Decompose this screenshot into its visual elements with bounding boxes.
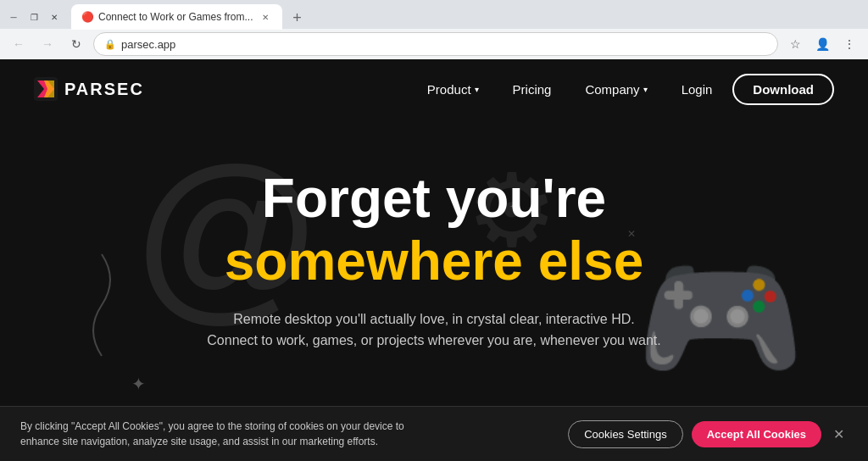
hero-title-line1: Forget you're — [262, 169, 606, 228]
address-bar[interactable]: 🔒 parsec.app — [93, 32, 778, 56]
cookie-text: By clicking "Accept All Cookies", you ag… — [20, 419, 444, 449]
new-tab-button[interactable]: + — [286, 6, 309, 30]
hero-section: Forget you're somewhere else Remote desk… — [0, 59, 868, 461]
close-button[interactable]: ✕ — [47, 10, 61, 24]
back-button[interactable]: ← — [7, 32, 31, 56]
browser-chrome: ─ ❐ ✕ 🔴 Connect to Work or Games from...… — [0, 0, 868, 59]
nav-pricing-label: Pricing — [513, 82, 552, 97]
nav-download-button[interactable]: Download — [732, 74, 834, 105]
lock-icon: 🔒 — [104, 39, 116, 50]
forward-button[interactable]: → — [36, 32, 59, 56]
nav-login[interactable]: Login — [668, 75, 726, 103]
window-controls: ─ ❐ ✕ — [7, 10, 61, 24]
nav-product[interactable]: Product ▾ — [414, 75, 492, 103]
logo-text: PARSEC — [64, 80, 144, 99]
restore-button[interactable]: ❐ — [27, 10, 41, 24]
nav-company-label: Company — [585, 82, 639, 97]
address-bar-row: ← → ↻ 🔒 parsec.app ☆ 👤 ⋮ — [0, 29, 868, 59]
hero-title-line2: somewhere else — [225, 231, 644, 291]
tab-close-icon[interactable]: ✕ — [259, 10, 272, 24]
tab-favicon: 🔴 — [81, 11, 93, 23]
cookie-settings-button[interactable]: Cookies Settings — [568, 420, 683, 448]
nav-pricing[interactable]: Pricing — [499, 75, 565, 103]
minimize-button[interactable]: ─ — [7, 10, 20, 24]
active-tab[interactable]: 🔴 Connect to Work or Games from... ✕ — [71, 4, 282, 30]
toolbar-icons: ☆ 👤 ⋮ — [783, 32, 861, 56]
title-bar: ─ ❐ ✕ 🔴 Connect to Work or Games from...… — [0, 0, 868, 29]
nav-product-label: Product — [427, 82, 471, 97]
menu-button[interactable]: ⋮ — [837, 32, 861, 56]
hero-subtitle: Remote desktop you'll actually love, in … — [207, 308, 660, 352]
reload-button[interactable]: ↻ — [64, 32, 88, 56]
cookie-actions: Cookies Settings Accept All Cookies ✕ — [568, 420, 848, 448]
logo[interactable]: PARSEC — [34, 77, 144, 101]
nav-company[interactable]: Company ▾ — [571, 75, 660, 103]
cookie-close-button[interactable]: ✕ — [830, 423, 848, 446]
cookie-banner: By clicking "Accept All Cookies", you ag… — [0, 406, 868, 461]
tab-title: Connect to Work or Games from... — [98, 11, 253, 23]
site-nav: PARSEC Product ▾ Pricing Company ▾ Login… — [0, 59, 868, 119]
product-chevron-icon: ▾ — [475, 85, 479, 94]
nav-login-label: Login — [682, 82, 713, 97]
nav-links: Product ▾ Pricing Company ▾ Login Downlo… — [414, 74, 834, 105]
hero-subtitle-line1: Remote desktop you'll actually love, in … — [233, 312, 634, 326]
logo-icon — [34, 77, 58, 101]
url-text: parsec.app — [121, 38, 175, 51]
cookie-accept-button[interactable]: Accept All Cookies — [692, 421, 821, 447]
tab-bar: 🔴 Connect to Work or Games from... ✕ + — [71, 4, 309, 30]
bookmark-button[interactable]: ☆ — [783, 32, 807, 56]
company-chevron-icon: ▾ — [643, 85, 648, 94]
website-content: @ ⚙ 🎮 ✦ ✕ ✦ PARSEC Product ▾ — [0, 59, 868, 461]
profile-button[interactable]: 👤 — [810, 32, 834, 56]
hero-subtitle-line2: Connect to work, games, or projects wher… — [207, 333, 660, 347]
